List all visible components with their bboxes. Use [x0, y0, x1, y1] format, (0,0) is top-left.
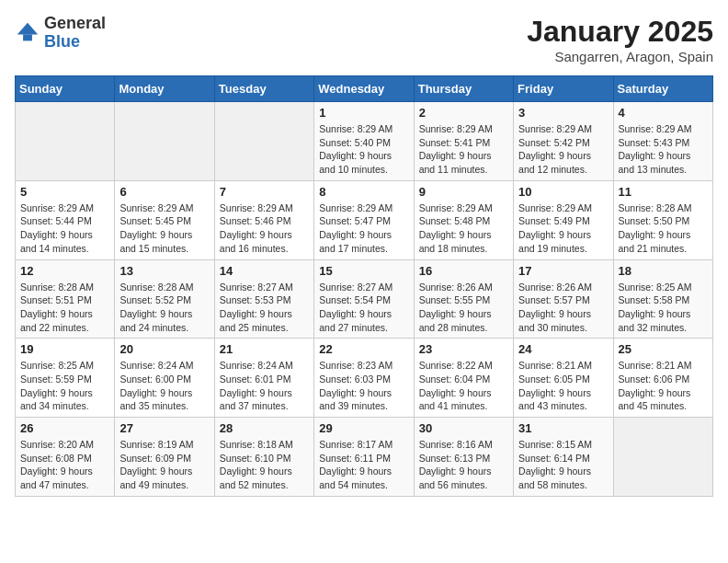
- day-number: 4: [619, 106, 708, 120]
- day-number: 27: [119, 421, 209, 435]
- day-info: Sunrise: 8:19 AM Sunset: 6:09 PM Dayligh…: [119, 438, 209, 492]
- calendar-day: 16Sunrise: 8:26 AM Sunset: 5:55 PM Dayli…: [414, 259, 513, 339]
- day-number: 28: [220, 421, 309, 435]
- day-info: Sunrise: 8:29 AM Sunset: 5:48 PM Dayligh…: [419, 201, 508, 256]
- day-info: Sunrise: 8:29 AM Sunset: 5:41 PM Dayligh…: [419, 122, 508, 177]
- day-number: 31: [518, 421, 608, 435]
- calendar-day: 10Sunrise: 8:29 AM Sunset: 5:49 PM Dayli…: [514, 180, 613, 259]
- calendar-week-2: 12Sunrise: 8:28 AM Sunset: 5:51 PM Dayli…: [16, 259, 713, 339]
- day-number: 19: [20, 342, 109, 356]
- day-number: 5: [20, 185, 109, 199]
- title-area: January 2025 Sangarren, Aragon, Spain: [527, 15, 713, 64]
- day-number: 12: [20, 264, 109, 278]
- day-info: Sunrise: 8:29 AM Sunset: 5:46 PM Dayligh…: [220, 201, 309, 256]
- calendar-header: Sunday Monday Tuesday Wednesday Thursday…: [16, 76, 713, 102]
- day-number: 16: [419, 264, 508, 278]
- day-number: 25: [619, 342, 708, 356]
- calendar-day: 28Sunrise: 8:18 AM Sunset: 6:10 PM Dayli…: [214, 418, 313, 497]
- day-info: Sunrise: 8:25 AM Sunset: 5:58 PM Dayligh…: [619, 281, 708, 335]
- calendar-week-0: 1Sunrise: 8:29 AM Sunset: 5:40 PM Daylig…: [16, 102, 713, 181]
- header: General Blue January 2025 Sangarren, Ara…: [15, 15, 713, 64]
- weekday-tuesday: Tuesday: [214, 76, 313, 102]
- calendar-week-3: 19Sunrise: 8:25 AM Sunset: 5:59 PM Dayli…: [16, 339, 713, 418]
- calendar-table: Sunday Monday Tuesday Wednesday Thursday…: [15, 75, 713, 497]
- day-info: Sunrise: 8:18 AM Sunset: 6:10 PM Dayligh…: [220, 438, 309, 492]
- calendar-day: [613, 418, 712, 497]
- calendar-day: 24Sunrise: 8:21 AM Sunset: 6:05 PM Dayli…: [514, 339, 613, 418]
- day-number: 11: [619, 185, 708, 199]
- day-number: 2: [419, 106, 508, 120]
- calendar-day: [16, 102, 115, 181]
- day-number: 1: [319, 106, 408, 120]
- calendar-day: 1Sunrise: 8:29 AM Sunset: 5:40 PM Daylig…: [314, 102, 414, 181]
- logo-general-text: General: [44, 14, 106, 32]
- month-title: January 2025: [527, 15, 713, 49]
- day-number: 9: [419, 185, 508, 199]
- weekday-monday: Monday: [115, 76, 214, 102]
- calendar-day: [214, 102, 313, 181]
- day-info: Sunrise: 8:22 AM Sunset: 6:04 PM Dayligh…: [419, 359, 508, 413]
- day-info: Sunrise: 8:29 AM Sunset: 5:49 PM Dayligh…: [518, 201, 608, 256]
- calendar-day: 3Sunrise: 8:29 AM Sunset: 5:42 PM Daylig…: [514, 102, 613, 181]
- calendar-week-4: 26Sunrise: 8:20 AM Sunset: 6:08 PM Dayli…: [16, 418, 713, 497]
- calendar-day: 26Sunrise: 8:20 AM Sunset: 6:08 PM Dayli…: [16, 418, 115, 497]
- day-number: 3: [518, 106, 608, 120]
- weekday-saturday: Saturday: [613, 76, 712, 102]
- location: Sangarren, Aragon, Spain: [527, 49, 713, 64]
- calendar-day: 5Sunrise: 8:29 AM Sunset: 5:44 PM Daylig…: [16, 180, 115, 259]
- weekday-friday: Friday: [514, 76, 613, 102]
- day-number: 8: [319, 185, 408, 199]
- logo: General Blue: [15, 15, 106, 52]
- calendar-day: 27Sunrise: 8:19 AM Sunset: 6:09 PM Dayli…: [115, 418, 214, 497]
- day-info: Sunrise: 8:29 AM Sunset: 5:45 PM Dayligh…: [119, 201, 209, 256]
- weekday-sunday: Sunday: [16, 76, 115, 102]
- day-number: 14: [220, 264, 309, 278]
- calendar-day: 22Sunrise: 8:23 AM Sunset: 6:03 PM Dayli…: [314, 339, 414, 418]
- calendar-day: 25Sunrise: 8:21 AM Sunset: 6:06 PM Dayli…: [613, 339, 712, 418]
- day-info: Sunrise: 8:16 AM Sunset: 6:13 PM Dayligh…: [419, 438, 508, 492]
- logo-blue-text: Blue: [44, 32, 80, 51]
- logo-icon: [15, 20, 40, 46]
- day-info: Sunrise: 8:20 AM Sunset: 6:08 PM Dayligh…: [20, 438, 109, 492]
- day-info: Sunrise: 8:29 AM Sunset: 5:44 PM Dayligh…: [20, 201, 109, 256]
- day-number: 23: [419, 342, 508, 356]
- day-info: Sunrise: 8:25 AM Sunset: 5:59 PM Dayligh…: [20, 359, 109, 413]
- day-number: 22: [319, 342, 408, 356]
- calendar-day: 14Sunrise: 8:27 AM Sunset: 5:53 PM Dayli…: [214, 259, 313, 339]
- day-info: Sunrise: 8:26 AM Sunset: 5:55 PM Dayligh…: [419, 281, 508, 335]
- day-number: 20: [119, 342, 209, 356]
- weekday-header-row: Sunday Monday Tuesday Wednesday Thursday…: [16, 76, 713, 102]
- day-number: 10: [518, 185, 608, 199]
- calendar-day: 23Sunrise: 8:22 AM Sunset: 6:04 PM Dayli…: [414, 339, 513, 418]
- day-info: Sunrise: 8:24 AM Sunset: 6:01 PM Dayligh…: [220, 359, 309, 413]
- calendar-day: 18Sunrise: 8:25 AM Sunset: 5:58 PM Dayli…: [613, 259, 712, 339]
- day-number: 15: [319, 264, 408, 278]
- day-info: Sunrise: 8:28 AM Sunset: 5:52 PM Dayligh…: [119, 281, 209, 335]
- day-info: Sunrise: 8:29 AM Sunset: 5:42 PM Dayligh…: [518, 122, 608, 177]
- day-info: Sunrise: 8:29 AM Sunset: 5:43 PM Dayligh…: [619, 122, 708, 177]
- day-info: Sunrise: 8:24 AM Sunset: 6:00 PM Dayligh…: [119, 359, 209, 413]
- calendar-day: 31Sunrise: 8:15 AM Sunset: 6:14 PM Dayli…: [514, 418, 613, 497]
- day-number: 13: [119, 264, 209, 278]
- day-info: Sunrise: 8:28 AM Sunset: 5:50 PM Dayligh…: [619, 201, 708, 256]
- day-info: Sunrise: 8:23 AM Sunset: 6:03 PM Dayligh…: [319, 359, 408, 413]
- calendar-day: [115, 102, 214, 181]
- day-info: Sunrise: 8:28 AM Sunset: 5:51 PM Dayligh…: [20, 281, 109, 335]
- day-number: 29: [319, 421, 408, 435]
- svg-marker-0: [17, 23, 38, 35]
- day-info: Sunrise: 8:15 AM Sunset: 6:14 PM Dayligh…: [518, 438, 608, 492]
- day-info: Sunrise: 8:26 AM Sunset: 5:57 PM Dayligh…: [518, 281, 608, 335]
- calendar-day: 20Sunrise: 8:24 AM Sunset: 6:00 PM Dayli…: [115, 339, 214, 418]
- day-info: Sunrise: 8:29 AM Sunset: 5:40 PM Dayligh…: [319, 122, 408, 177]
- day-number: 18: [619, 264, 708, 278]
- calendar-day: 4Sunrise: 8:29 AM Sunset: 5:43 PM Daylig…: [613, 102, 712, 181]
- calendar-day: 19Sunrise: 8:25 AM Sunset: 5:59 PM Dayli…: [16, 339, 115, 418]
- day-number: 26: [20, 421, 109, 435]
- calendar-day: 7Sunrise: 8:29 AM Sunset: 5:46 PM Daylig…: [214, 180, 313, 259]
- day-number: 30: [419, 421, 508, 435]
- logo-text: General Blue: [44, 15, 106, 52]
- calendar-day: 21Sunrise: 8:24 AM Sunset: 6:01 PM Dayli…: [214, 339, 313, 418]
- calendar-day: 13Sunrise: 8:28 AM Sunset: 5:52 PM Dayli…: [115, 259, 214, 339]
- day-info: Sunrise: 8:27 AM Sunset: 5:54 PM Dayligh…: [319, 281, 408, 335]
- day-info: Sunrise: 8:21 AM Sunset: 6:05 PM Dayligh…: [518, 359, 608, 413]
